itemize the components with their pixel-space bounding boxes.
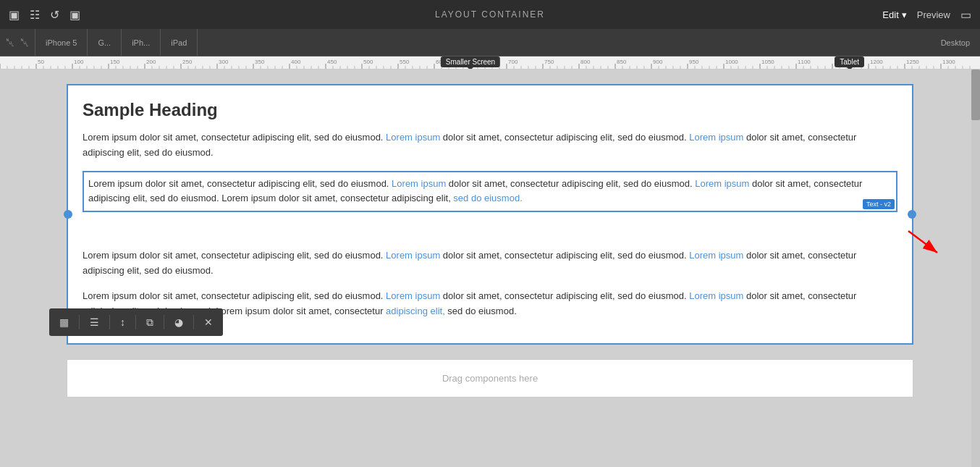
chevron-down-icon: ▾ [902,9,907,20]
drag-zone[interactable]: Drag components here [67,359,913,397]
tab-iphone5[interactable]: iPhone 5 [35,29,88,56]
settings-sliders-icon[interactable]: ☷ [30,8,40,22]
svg-text:350: 350 [255,59,265,65]
svg-text:200: 200 [146,59,156,65]
svg-text:100: 100 [74,59,84,65]
scrollbar-track[interactable] [971,70,980,467]
svg-text:550: 550 [400,59,410,65]
svg-text:850: 850 [617,59,627,65]
sample-heading: Sample Heading [83,100,897,120]
tab-ipad[interactable]: iPad [161,29,198,56]
text-version-badge: Text - v2 [863,199,895,209]
svg-text:1200: 1200 [870,59,883,65]
resize-handle-left[interactable] [64,210,72,219]
svg-text:300: 300 [219,59,229,65]
share-icon[interactable]: ▭ [960,8,971,22]
undo-icon[interactable]: ↺ [50,8,59,22]
paragraph-3: Lorem ipsum dolor sit amet, consectetur … [83,248,897,279]
screen-icon[interactable]: ▣ [9,8,20,22]
svg-text:1100: 1100 [798,59,811,65]
top-bar-right: Edit ▾ Preview ▭ [882,8,971,22]
tablet-tooltip: Tablet [835,56,864,67]
paragraph-1: Lorem ipsum dolor sit amet, consectetur … [83,130,897,161]
arrow-indicator [905,227,948,266]
drag-label: Drag components here [442,373,538,384]
svg-text:250: 250 [182,59,193,65]
device-bar: ␀ ␀ iPhone 5 G... iPh... iPad Desktop [0,29,980,56]
tab-desktop[interactable]: Desktop [931,29,980,56]
visibility-toolbar-button[interactable]: ◕ [167,312,190,332]
svg-text:950: 950 [689,59,699,65]
svg-text:150: 150 [110,59,120,65]
tab-iph[interactable]: iPh... [122,29,161,56]
edit-button[interactable]: Edit ▾ [882,9,906,20]
svg-text:700: 700 [508,59,518,65]
scrollbar-thumb[interactable] [971,70,980,120]
grid-toolbar-button[interactable]: ▦ [52,312,76,332]
paragraph-2: Lorem ipsum dolor sit amet, consectetur … [88,177,892,207]
spacing-toolbar-button[interactable]: ↕ [113,312,132,332]
selected-text-block[interactable]: Lorem ipsum dolor sit amet, consectetur … [83,171,897,213]
svg-text:450: 450 [327,59,337,65]
svg-text:900: 900 [653,59,663,65]
ruler: // Will be drawn via JS below 5010015020… [0,56,980,70]
mobile-icon[interactable]: ␀ [20,36,29,49]
block-toolbar: ▦ ☰ ↕ ⧉ ◕ ✕ [49,308,223,336]
resize-handle-right[interactable] [908,210,916,219]
device-tabs: iPhone 5 G... iPh... iPad [35,29,198,56]
toolbar-divider-3 [135,315,136,329]
tab-g[interactable]: G... [88,29,122,56]
svg-text:1050: 1050 [761,59,774,65]
layers-toolbar-button[interactable]: ⧉ [139,312,161,333]
toolbar-divider-5 [193,315,194,329]
desktop-icon[interactable]: ␀ [6,36,14,49]
toolbar-divider-1 [79,315,80,329]
toolbar-divider-2 [109,315,110,329]
svg-text:500: 500 [363,59,373,65]
page-title: LAYOUT CONTAINER [435,9,545,20]
close-toolbar-button[interactable]: ✕ [197,312,220,332]
canvas-area[interactable]: Sample Heading Lorem ipsum dolor sit ame… [0,70,980,467]
smaller-screen-tooltip: Smaller Screen [441,56,500,67]
svg-text:750: 750 [544,59,554,65]
copy-icon[interactable]: ▣ [69,8,80,22]
layout-container: Sample Heading Lorem ipsum dolor sit ame… [43,84,937,345]
preview-button[interactable]: Preview [917,9,950,20]
device-bar-left: ␀ ␀ [0,29,35,56]
toolbar-divider-4 [164,315,164,329]
top-bar-left: ▣ ☷ ↺ ▣ [9,8,80,22]
svg-text:50: 50 [38,59,44,65]
align-toolbar-button[interactable]: ☰ [83,312,106,332]
svg-text:1300: 1300 [942,59,955,65]
svg-text:800: 800 [580,59,591,65]
svg-text:1000: 1000 [725,59,738,65]
content-box: Sample Heading Lorem ipsum dolor sit ame… [67,84,913,345]
svg-text:1250: 1250 [906,59,919,65]
svg-text:400: 400 [291,59,301,65]
svg-line-162 [908,231,937,253]
top-bar: ▣ ☷ ↺ ▣ LAYOUT CONTAINER Edit ▾ Preview … [0,0,980,29]
